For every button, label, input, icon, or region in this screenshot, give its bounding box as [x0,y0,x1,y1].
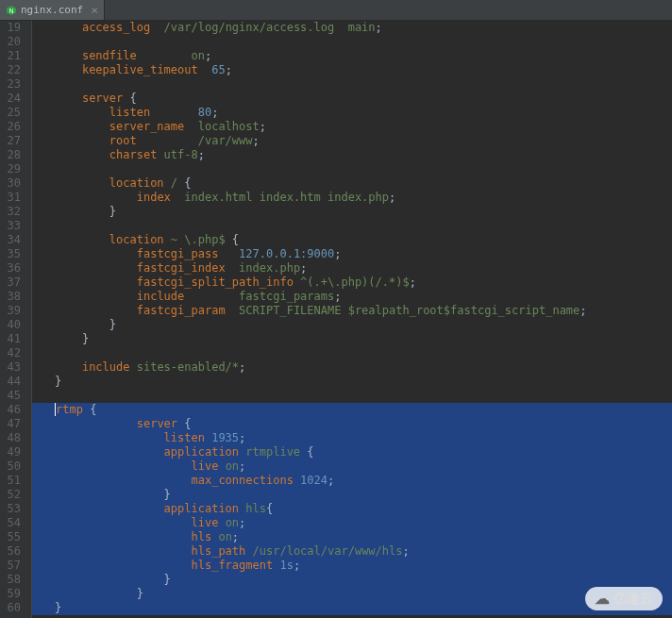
line-number: 23 [4,77,21,92]
code-line[interactable]: fastcgi_pass 127.0.0.1:9000; [53,247,672,261]
code-line[interactable]: include sites-enabled/*; [53,360,672,375]
code-line[interactable]: keepalive_timeout 65; [53,63,672,77]
code-line[interactable]: live on; [53,516,672,530]
code-line[interactable]: location ~ \.php$ { [53,233,672,247]
code-line[interactable]: } [53,332,672,346]
line-number: 38 [4,290,21,304]
code-line[interactable]: } [53,205,672,219]
line-number: 36 [4,261,21,276]
editor: 1920212223242526272829303132333435363738… [0,21,672,618]
svg-text:N: N [8,7,13,13]
line-number: 24 [4,92,21,106]
code-line[interactable]: server_name localhost; [53,120,672,134]
code-line[interactable]: rtmp { [53,403,672,417]
code-line[interactable] [53,77,672,92]
code-line[interactable]: include fastcgi_params; [53,290,672,304]
line-number: 28 [4,148,21,162]
code-line[interactable]: } [53,573,672,587]
code-line[interactable]: access_log /var/log/nginx/access.log mai… [53,21,672,35]
line-number: 49 [4,445,21,459]
line-number: 29 [4,162,21,176]
code-line[interactable]: root /var/www; [53,134,672,148]
code-line[interactable]: hls_fragment 1s; [53,559,672,573]
code-line[interactable]: fastcgi_index index.php; [53,261,672,276]
line-number: 37 [4,276,21,290]
code-line[interactable]: charset utf-8; [53,148,672,162]
code-line[interactable]: location / { [53,176,672,191]
line-number: 19 [4,21,21,35]
code-line[interactable]: } [53,375,672,389]
line-number: 43 [4,360,21,375]
line-number: 47 [4,417,21,431]
line-number: 51 [4,474,21,488]
code-line[interactable]: sendfile on; [53,49,672,63]
code-line[interactable] [53,219,672,233]
line-number: 22 [4,63,21,77]
code-line[interactable]: fastcgi_split_path_info ^(.+\.php)(/.*)$… [53,276,672,290]
line-number: 26 [4,120,21,134]
code-line[interactable]: listen 1935; [53,431,672,445]
line-number: 30 [4,176,21,191]
line-number: 32 [4,205,21,219]
code-line[interactable]: application hls{ [53,502,672,516]
line-number: 42 [4,346,21,360]
line-number: 54 [4,516,21,530]
watermark-badge: ☁ 亿速云 [585,587,663,610]
code-line[interactable]: } [53,488,672,502]
code-line[interactable] [53,162,672,176]
code-line[interactable]: index index.html index.htm index.php; [53,191,672,205]
line-number: 21 [4,49,21,63]
code-line[interactable]: hls_path /usr/local/var/www/hls; [53,544,672,559]
code-line[interactable]: } [53,587,672,601]
code-line[interactable]: max_connections 1024; [53,474,672,488]
line-number: 46 [4,403,21,417]
line-number: 56 [4,544,21,559]
code-line[interactable]: application rtmplive { [53,445,672,459]
line-number: 55 [4,530,21,544]
line-number: 27 [4,134,21,148]
code-line[interactable]: server { [53,417,672,431]
code-line[interactable]: server { [53,92,672,106]
watermark-text: 亿速云 [613,591,653,608]
line-number: 34 [4,233,21,247]
fold-column [32,21,53,618]
line-number: 57 [4,559,21,573]
nginx-file-icon: N [6,5,17,16]
line-number: 35 [4,247,21,261]
cloud-icon: ☁ [595,590,610,608]
code-area[interactable]: access_log /var/log/nginx/access.log mai… [53,21,672,618]
line-number: 33 [4,219,21,233]
line-number: 40 [4,318,21,332]
line-number: 44 [4,375,21,389]
tab-nginx-conf[interactable]: N nginx.conf × [0,0,105,20]
line-number: 31 [4,191,21,205]
code-line[interactable] [53,389,672,403]
line-number: 48 [4,431,21,445]
code-line[interactable]: hls on; [53,530,672,544]
line-number: 59 [4,587,21,601]
line-number: 41 [4,332,21,346]
code-line[interactable] [53,35,672,49]
code-line[interactable]: live on; [53,459,672,474]
code-line[interactable]: } [53,318,672,332]
code-line[interactable]: } [53,601,672,615]
tab-label: nginx.conf [21,4,83,16]
code-line[interactable] [53,346,672,360]
line-number: 25 [4,106,21,120]
code-line[interactable]: listen 80; [53,106,672,120]
line-number: 58 [4,573,21,587]
gutter: 1920212223242526272829303132333435363738… [0,21,26,618]
close-icon[interactable]: × [91,4,98,16]
line-number: 39 [4,304,21,318]
code-line[interactable]: fastcgi_param SCRIPT_FILENAME $realpath_… [53,304,672,318]
line-number: 45 [4,389,21,403]
line-number: 50 [4,459,21,474]
line-number: 60 [4,601,21,615]
line-number: 20 [4,35,21,49]
line-number: 53 [4,502,21,516]
tab-bar: N nginx.conf × [0,0,672,21]
line-number: 52 [4,488,21,502]
